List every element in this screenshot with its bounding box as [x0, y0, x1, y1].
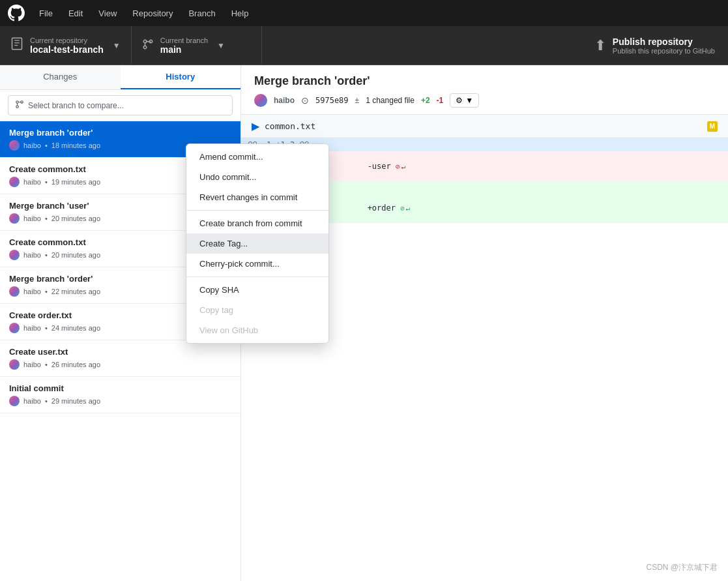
repo-icon: [10, 37, 23, 53]
commit-header-title: Merge branch 'order': [254, 74, 715, 88]
branch-compare-input[interactable]: Select branch to compare...: [8, 95, 233, 115]
menu-bar: File Edit View Repository Branch Help: [0, 0, 728, 26]
context-separator-1: [186, 210, 328, 211]
commit-author: haibo: [23, 178, 41, 186]
commit-dot: •: [45, 324, 48, 332]
commit-dot: •: [45, 178, 48, 186]
diff-line-content: +order ⊘↵: [293, 193, 728, 223]
tab-history[interactable]: History: [121, 65, 241, 89]
commit-time: 20 minutes ago: [51, 251, 100, 259]
svg-point-4: [143, 40, 147, 43]
commit-title: Merge branch 'order': [9, 128, 231, 138]
commit-dot: •: [45, 361, 48, 368]
context-copy-sha[interactable]: Copy SHA: [186, 280, 328, 300]
menu-edit[interactable]: Edit: [62, 6, 89, 21]
menu-help[interactable]: Help: [225, 6, 255, 21]
menu-view[interactable]: View: [92, 6, 123, 21]
file-modified-icon: M: [707, 121, 718, 132]
file-header: ▶ common.txt M: [241, 115, 728, 138]
context-cherry-pick[interactable]: Cherry-pick commit...: [186, 254, 328, 274]
svg-rect-0: [12, 38, 22, 50]
svg-point-8: [16, 101, 19, 104]
upload-icon: ⬆: [594, 37, 606, 54]
commit-hash: 5975e89: [315, 96, 349, 105]
github-logo: [8, 5, 25, 22]
avatar: [9, 286, 20, 297]
commit-time: 19 minutes ago: [51, 178, 100, 186]
commit-time: 26 minutes ago: [51, 361, 100, 368]
avatar: [9, 250, 20, 260]
avatar: [9, 213, 20, 224]
main-content: Changes History Select branch to compare…: [0, 65, 728, 581]
branch-name: main: [160, 44, 208, 55]
additions: +2: [421, 96, 430, 105]
avatar: [9, 140, 20, 151]
context-create-branch[interactable]: Create branch from commit: [186, 213, 328, 233]
changed-files: 1 changed file: [366, 96, 415, 105]
commit-author: haibo: [23, 324, 41, 332]
commit-meta: haibo • 29 minutes ago: [9, 396, 231, 406]
commit-author: haibo: [23, 288, 41, 295]
repo-name: local-test-branch: [30, 44, 104, 55]
list-item[interactable]: Create user.txt haibo • 26 minutes ago: [0, 340, 240, 377]
diff-line-content: -user ⊘↵: [293, 151, 728, 181]
repo-chevron-icon: ▼: [113, 41, 121, 50]
deletions: -1: [437, 96, 444, 105]
commit-header: Merge branch 'order' haibo ⊙ 5975e89 ± 1…: [241, 65, 728, 115]
current-branch-section[interactable]: Current branch main ▼: [132, 26, 262, 65]
tab-changes[interactable]: Changes: [0, 65, 121, 89]
publish-title: Publish repository: [613, 37, 715, 47]
context-create-tag[interactable]: Create Tag...: [186, 233, 328, 254]
commit-dot: •: [45, 251, 48, 259]
context-menu: Amend commit... Undo commit... Revert ch…: [186, 143, 329, 344]
context-view-github: View on GitHub: [186, 320, 328, 340]
context-undo-commit[interactable]: Undo commit...: [186, 167, 328, 187]
commit-author: haibo: [23, 397, 41, 405]
svg-point-5: [143, 46, 147, 49]
repo-text: Current repository local-test-branch: [30, 37, 104, 55]
file-expand-icon: ▶: [252, 120, 259, 132]
branch-compare-icon: [15, 100, 24, 111]
list-item[interactable]: Initial commit haibo • 29 minutes ago: [0, 377, 240, 413]
branch-compare: Select branch to compare...: [0, 90, 240, 121]
context-amend-commit[interactable]: Amend commit...: [186, 147, 328, 167]
commit-dot: •: [45, 288, 48, 295]
commit-time: 24 minutes ago: [51, 324, 100, 332]
diff-line-content: +user: [293, 181, 728, 193]
toolbar: Current repository local-test-branch ▼ C…: [0, 26, 728, 65]
plus-minus-icon: ±: [355, 96, 360, 105]
file-type-icon: M: [707, 121, 718, 132]
commit-time: 20 minutes ago: [51, 215, 100, 222]
commit-time: 29 minutes ago: [51, 397, 100, 405]
context-copy-tag: Copy tag: [186, 300, 328, 320]
file-name: common.txt: [265, 121, 315, 131]
avatar: [9, 396, 20, 406]
commit-author: haibo: [23, 361, 41, 368]
commit-detail-author: haibo: [274, 96, 295, 105]
commit-time: 18 minutes ago: [51, 142, 100, 149]
menu-file[interactable]: File: [33, 6, 59, 21]
commit-header-meta: haibo ⊙ 5975e89 ± 1 changed file +2 -1 ⚙…: [254, 93, 715, 108]
branch-icon: [142, 38, 154, 53]
avatar: [9, 359, 20, 370]
context-revert-changes[interactable]: Revert changes in commit: [186, 187, 328, 207]
commit-author: haibo: [23, 142, 41, 149]
avatar: [9, 177, 20, 187]
branch-compare-placeholder: Select branch to compare...: [28, 101, 124, 110]
tabs: Changes History: [0, 65, 240, 90]
publish-section[interactable]: ⬆ Publish repository Publish this reposi…: [262, 26, 728, 65]
context-separator-2: [186, 276, 328, 277]
commit-title: Create user.txt: [9, 347, 231, 357]
hash-icon: ⊙: [301, 95, 309, 106]
commit-author: haibo: [23, 251, 41, 259]
repo-label: Current repository: [30, 37, 104, 44]
commit-time: 22 minutes ago: [51, 288, 100, 295]
avatar: [9, 323, 20, 333]
menu-branch[interactable]: Branch: [182, 6, 222, 21]
settings-button[interactable]: ⚙ ▼: [450, 93, 479, 108]
avatar: [254, 94, 267, 107]
current-repo-section[interactable]: Current repository local-test-branch ▼: [0, 26, 132, 65]
settings-chevron-icon: ▼: [465, 96, 473, 105]
branch-text: Current branch main: [160, 37, 208, 55]
menu-repository[interactable]: Repository: [126, 6, 179, 21]
